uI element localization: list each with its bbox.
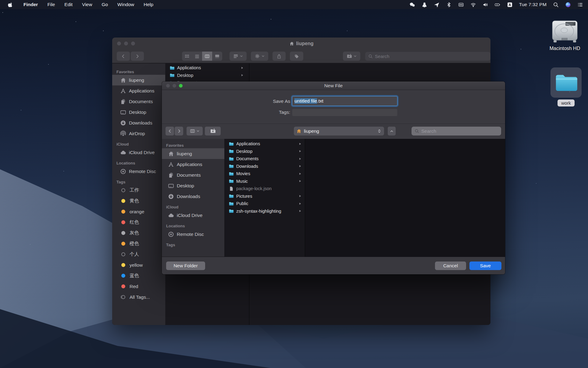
sidebar-item[interactable]: Applications [112, 85, 165, 96]
tag-button[interactable] [290, 52, 304, 61]
file-row[interactable]: Desktop [166, 72, 249, 79]
sidebar-tag-item[interactable]: 工作 [112, 185, 165, 196]
sidebar-item[interactable]: liupeng [162, 148, 224, 159]
action-gear-button[interactable] [251, 52, 268, 61]
finder-search-field[interactable]: Search [365, 52, 490, 61]
battery-charging-icon[interactable] [495, 2, 501, 8]
sidebar-item-icon [120, 99, 126, 105]
file-row[interactable]: package-lock.json [225, 185, 305, 193]
file-row[interactable]: Movies [225, 170, 305, 178]
share-button[interactable] [273, 52, 286, 61]
dialog-search-field[interactable]: Search [412, 127, 501, 135]
new-folder-button[interactable] [343, 52, 360, 61]
filename-input[interactable]: untitled file.txt [292, 96, 397, 106]
wechat-icon[interactable] [409, 2, 415, 8]
menu-item[interactable]: View [82, 2, 92, 7]
sidebar-item[interactable]: Remote Disc [162, 229, 224, 240]
view-list-button[interactable] [192, 52, 202, 61]
new-folder-button[interactable]: New Folder [166, 262, 205, 270]
view-switcher [182, 52, 222, 61]
file-row[interactable]: Music [225, 178, 305, 185]
sidebar-tag-item[interactable]: yellow [112, 260, 165, 270]
file-row[interactable]: Documents [225, 155, 305, 163]
input-source-icon[interactable] [507, 2, 513, 8]
chevron-down-icon [196, 129, 200, 133]
sidebar-tag-label: orange [130, 209, 144, 215]
sidebar-tag-item[interactable]: All Tags... [112, 292, 165, 302]
sidebar-tag-item[interactable]: 蓝色 [112, 270, 165, 281]
sidebar-tag-item[interactable]: 橙色 [112, 238, 165, 249]
wifi-icon[interactable] [470, 2, 476, 8]
file-row[interactable]: Applications [225, 140, 305, 148]
apple-logo-icon [8, 2, 13, 8]
sidebar-tag-item[interactable]: orange [112, 206, 165, 217]
file-name: Desktop [236, 149, 252, 154]
hard-drive-icon [551, 19, 579, 44]
sidebar-item[interactable]: iCloud Drive [112, 147, 165, 158]
sidebar-tag-item[interactable]: 个人 [112, 249, 165, 260]
keyboard-icon[interactable] [458, 2, 464, 8]
location-popup[interactable]: liupeng [294, 127, 384, 135]
new-folder-toolbar-button[interactable] [205, 127, 221, 135]
sidebar-item[interactable]: Desktop [112, 107, 165, 117]
menu-item[interactable]: Finder [23, 2, 38, 7]
bluetooth-icon[interactable] [446, 2, 452, 8]
file-name: Documents [236, 156, 258, 161]
menu-item[interactable]: Edit [64, 2, 73, 7]
sidebar-item[interactable]: liupeng [112, 75, 165, 85]
view-gallery-button[interactable] [212, 52, 222, 61]
cancel-button[interactable]: Cancel [435, 262, 466, 270]
qq-icon[interactable] [422, 2, 427, 8]
view-columns-button[interactable] [187, 127, 203, 135]
disclosure-arrow-icon [298, 194, 302, 198]
collapse-button[interactable] [388, 127, 396, 135]
forward-button[interactable] [131, 52, 144, 61]
sidebar-item[interactable]: Downloads [162, 191, 224, 202]
desktop-icon-macintosh-hd[interactable]: Macintosh HD [547, 19, 583, 51]
sidebar-tag-item[interactable]: 红色 [112, 217, 165, 228]
back-button[interactable] [117, 52, 130, 61]
file-row[interactable]: Pictures [225, 193, 305, 200]
sidebar-item[interactable]: Documents [112, 96, 165, 107]
file-row[interactable]: Applications [166, 64, 249, 72]
sidebar-item[interactable]: Remote Disc [112, 166, 165, 177]
sidebar-item[interactable]: AirDrop [112, 128, 165, 139]
sidebar-item-label: Applications [177, 162, 202, 167]
view-grid-button[interactable] [182, 52, 192, 61]
menu-bar-clock[interactable]: Tue 7:32 PM [519, 2, 547, 7]
save-button[interactable]: Save [469, 262, 501, 270]
menu-item[interactable]: Window [117, 2, 134, 7]
back-button[interactable] [166, 127, 174, 135]
sidebar-item[interactable]: Downloads [112, 117, 165, 128]
spotlight-icon[interactable] [553, 2, 559, 8]
sidebar-tag-item[interactable]: 灰色 [112, 228, 165, 238]
paper-plane-icon[interactable] [434, 2, 440, 8]
file-row[interactable]: Downloads [225, 163, 305, 170]
file-row[interactable]: zsh-syntax-highlighting [225, 207, 305, 215]
sidebar-tag-item[interactable]: 黄色 [112, 196, 165, 206]
sidebar-item[interactable]: iCloud Drive [162, 210, 224, 221]
volume-icon[interactable] [483, 2, 488, 8]
sidebar-item-icon [120, 120, 126, 126]
siri-icon[interactable] [565, 2, 571, 8]
file-name: Public [236, 201, 248, 206]
notification-center-icon[interactable] [577, 2, 583, 8]
forward-button[interactable] [175, 127, 183, 135]
file-row[interactable]: Public [225, 200, 305, 207]
desktop-icon-work-folder[interactable] [548, 70, 584, 95]
apple-menu[interactable] [8, 2, 13, 8]
group-by-button[interactable] [230, 52, 247, 61]
sidebar-item[interactable]: Applications [162, 159, 224, 170]
selected-filename-text: untitled file [294, 98, 317, 104]
menu-item[interactable]: Go [102, 2, 108, 7]
sidebar-item[interactable]: Documents [162, 170, 224, 180]
sidebar-item[interactable]: Desktop [162, 180, 224, 191]
file-row[interactable]: Desktop [225, 148, 305, 155]
tags-input[interactable] [292, 109, 397, 116]
menu-item[interactable]: Help [144, 2, 153, 7]
menu-item[interactable]: File [47, 2, 55, 7]
columns-view-icon [190, 128, 195, 134]
sidebar-tag-item[interactable]: Red [112, 281, 165, 292]
view-columns-button[interactable] [202, 52, 212, 61]
file-name: zsh-syntax-highlighting [236, 209, 281, 214]
